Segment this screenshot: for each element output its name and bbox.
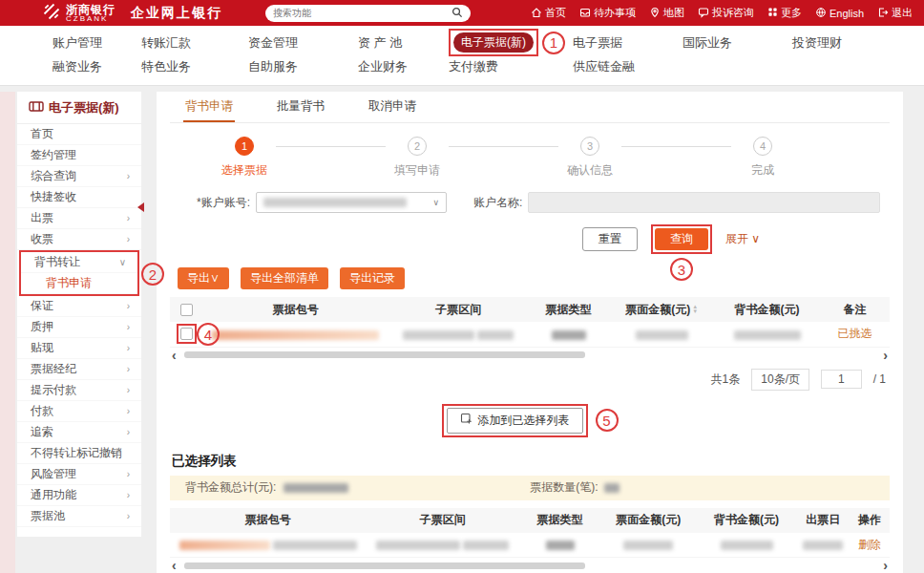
tab-batch-endorse[interactable]: 批量背书 [275,92,326,122]
sidebar-collapse-arrow-icon[interactable] [137,202,144,212]
redacted-count-value [604,483,620,493]
export-log-button[interactable]: 导出记录 [340,267,405,289]
sidebar-item-pay[interactable]: 付款› [17,401,141,422]
table-row: 4 已挑选 [170,322,890,347]
sidebar-item-receive[interactable]: 收票› [17,229,141,250]
sidebar-item-bill-pool[interactable]: 票据池› [17,506,141,527]
query-button[interactable]: 查询 [655,228,708,250]
sidebar-item-home[interactable]: 首页 [17,124,141,145]
page-number-input[interactable]: 1 [821,370,862,389]
scrollbar-thumb[interactable] [184,351,585,358]
bank-name-en: CZBANK [66,15,116,23]
ticket-icon [29,100,44,116]
sidebar-item-prompt-pay[interactable]: 提示付款› [17,380,141,401]
nav-item-financing[interactable]: 融资业务 [52,58,141,75]
sort-icon[interactable]: ▲▼ [692,305,698,314]
nav-item-special[interactable]: 特色业务 [141,58,248,75]
home-icon [531,7,542,20]
sidebar-item-endorse-apply[interactable]: 背书申请 [21,273,137,294]
sidebar-item-no-transfer-revoke[interactable]: 不得转让标记撤销 [17,443,141,464]
nav-item-payment[interactable]: 支付缴费 [449,58,573,75]
nav-item-international[interactable]: 国际业务 [682,34,792,52]
sidebar-title: 电子票据(新) [17,92,141,124]
reset-button[interactable]: 重置 [582,227,638,251]
portal-title: 企业网上银行 [131,5,222,22]
add-to-selected-button[interactable]: 添加到已选择列表 [447,408,583,434]
endorse-sum-label: 背书金额总计(元): [185,479,276,496]
redacted-sum-value [284,483,348,493]
redacted-sub-range [376,541,460,550]
nav-item-accounts[interactable]: 账户管理 [52,34,141,52]
topbar-link-logout[interactable]: 退出 [877,6,913,20]
content-layout: 电子票据(新) 首页 签约管理 综合查询› 快捷签收 出票› 收票› 背书转让∨… [0,86,924,573]
sidebar-item-common[interactable]: 通用功能› [17,485,141,506]
bill-count-label: 票据数量(笔): [530,479,598,496]
sidebar-item-guarantee[interactable]: 保证› [17,296,141,317]
nav-item-ebill-new[interactable]: 电子票据(新) [453,32,534,53]
annotation-circle-4: 4 [197,323,220,346]
export-all-button[interactable]: 导出全部清单 [241,267,328,289]
topbar-link-map[interactable]: 地图 [649,6,684,20]
sidebar-item-quick-sign[interactable]: 快捷签收 [17,187,141,208]
row-checkbox[interactable] [180,328,193,340]
sidebar-item-pledge[interactable]: 质押› [17,317,141,338]
left-strip [0,92,15,573]
account-name-field[interactable] [528,192,880,213]
export-button[interactable]: 导出∨ [178,267,229,289]
sidebar-item-recourse[interactable]: 追索› [17,422,141,443]
step-connector [621,146,731,147]
nav-item-funds[interactable]: 资金管理 [248,34,358,52]
logout-icon [877,7,889,20]
topbar-link-complaint[interactable]: 投诉咨询 [698,6,754,20]
bank-name: 浙商银行 [66,4,116,15]
expand-link[interactable]: 展开 ∨ [725,231,760,247]
sidebar-item-endorse-transfer[interactable]: 背书转让∨ [21,252,137,273]
annotation-box-4 [177,324,197,344]
sidebar-item-risk[interactable]: 风险管理› [17,464,141,485]
nav-item-self-service[interactable]: 自助服务 [248,58,358,75]
sidebar-item-contract[interactable]: 签约管理 [17,145,141,166]
export-actions: 导出∨ 导出全部清单 导出记录 [170,258,890,297]
page-size-select[interactable]: 10条/页 [751,369,809,391]
search-bar[interactable] [265,5,471,22]
scroll-left-icon[interactable]: ‹ [172,561,177,570]
scrollbar-thumb[interactable] [184,562,585,569]
sidebar-item-discount[interactable]: 贴现› [17,338,141,359]
nav-item-asset-pool[interactable]: 资 产 池 [358,34,449,52]
topbar-link-todo[interactable]: 待办事项 [579,6,636,20]
redacted-bill-type [546,541,575,550]
nav-item-investment[interactable]: 投资理财 [792,34,842,52]
app-window: 浙商银行 CZBANK 企业网上银行 首页 待办事项 地图 [0,0,924,573]
nav-item-transfer[interactable]: 转账汇款 [141,34,248,52]
select-all-checkbox[interactable] [180,304,193,316]
add-list-icon [460,413,472,428]
table-header-row: 票据包号 子票区间 票据类型 票面金额(元) 背书金额(元) 出票日 操作 [170,508,890,533]
tab-cancel-apply[interactable]: 取消申请 [367,92,418,122]
redacted-face-amount [636,330,688,340]
nav-item-ebill[interactable]: 电子票据 [573,34,682,52]
tab-endorse-apply[interactable]: 背书申请 [183,92,235,122]
step-connector [276,146,386,147]
map-pin-icon [649,7,661,20]
scroll-right-icon[interactable]: › [883,561,888,570]
delete-row-link[interactable]: 删除 [858,538,881,551]
topbar-link-more[interactable]: 更多 [767,6,802,20]
table-row: 删除 [170,533,890,558]
grid-icon [767,7,778,19]
scroll-right-icon[interactable]: › [883,350,888,360]
search-icon[interactable] [452,5,463,22]
selected-list-title: 已选择列表 [170,443,890,476]
account-no-select[interactable]: ∨ [256,192,447,213]
topbar-link-english[interactable]: English [815,7,864,20]
topbar-link-home[interactable]: 首页 [531,6,566,20]
sidebar-item-query[interactable]: 综合查询› [17,166,141,187]
sidebar-item-broker[interactable]: 票据经纪› [17,359,141,380]
sidebar-item-draw[interactable]: 出票› [17,208,141,229]
scroll-left-icon[interactable]: ‹ [172,350,177,360]
annotation-box-2: 背书转让∨ 背书申请 2 [19,250,139,296]
search-input[interactable] [273,8,446,18]
nav-item-corp-finance[interactable]: 企业财务 [358,58,449,75]
table1-pagination: 共1条 10条/页 1 / 1 [170,360,890,394]
step-select-bill: 1 选择票据 [213,137,276,179]
nav-item-supply-chain[interactable]: 供应链金融 [573,58,635,75]
